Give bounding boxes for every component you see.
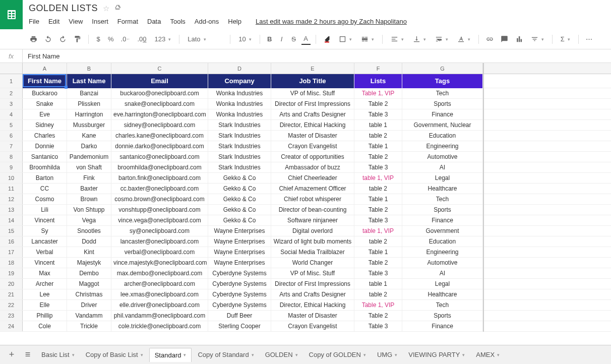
cell[interactable]: table 1, VIP [354,226,402,236]
cell[interactable]: Darko [67,141,111,151]
cell[interactable]: Table 1 [354,141,402,151]
row-header[interactable]: 16 [0,236,23,247]
cell[interactable]: cole.trickle@oneclipboard.com [111,321,208,331]
filter-icon[interactable] [528,34,547,44]
cell[interactable]: Snootles [67,226,111,236]
cell[interactable]: Cosmo [23,194,67,204]
bold-button[interactable]: B [265,34,274,44]
row-header[interactable]: 8 [0,152,23,162]
header-cell[interactable]: Tags [402,74,483,88]
cell[interactable]: Lancaster [23,236,67,247]
last-edit-link[interactable]: Last edit was made 2 hours ago by Zach N… [256,18,407,25]
chevron-down-icon[interactable]: ▾ [497,352,500,357]
italic-button[interactable]: I [277,34,286,44]
menu-format[interactable]: Format [117,18,138,25]
row-header[interactable]: 1 [0,74,23,88]
col-header-C[interactable]: C [111,63,208,74]
chevron-down-icon[interactable]: ▾ [395,352,397,357]
cell[interactable]: Table 2 [354,99,402,109]
cell[interactable]: Max [23,268,67,278]
header-cell[interactable]: Company [208,74,271,88]
cell[interactable]: Tech [402,194,483,204]
cell[interactable]: Finance [402,109,483,119]
font-size-dropdown[interactable]: 10 [235,34,254,44]
cell[interactable]: Snake [23,99,67,109]
cell[interactable]: Wizard of light bulb moments [271,236,354,247]
cell[interactable]: Gekko & Co [208,173,271,183]
cell[interactable]: Phillip [23,311,67,321]
cell[interactable]: Chief Amazement Officer [271,184,354,194]
row-header[interactable]: 18 [0,258,23,268]
sheet-tab[interactable]: UMG▾ [372,348,402,362]
cell[interactable]: lee.xmas@oneclipboard.com [111,289,208,299]
cell[interactable]: verbal@oneclipboard.com [111,247,208,257]
cell[interactable]: table 2 [354,289,402,299]
print-icon[interactable] [28,34,39,44]
cell[interactable]: Director of First Impressions [271,279,354,289]
cell[interactable]: Sidney [23,120,67,130]
col-header-D[interactable]: D [208,63,271,74]
col-header-A[interactable]: A [23,63,67,74]
cell[interactable]: Table 1, VIP [354,88,402,98]
sheet-tab[interactable]: VIEWING PARTY▾ [403,348,470,362]
cell[interactable]: Brown [67,194,111,204]
menu-file[interactable]: File [29,18,39,25]
cell[interactable]: Automotive [402,152,483,162]
star-icon[interactable]: ☆ [103,4,109,13]
col-header-E[interactable]: E [271,63,354,74]
cell[interactable]: VP of Misc. Stuff [271,88,354,98]
number-format-dropdown[interactable]: 123 [151,34,174,44]
row-header[interactable]: 5 [0,120,23,130]
chart-icon[interactable] [513,34,525,44]
row-header[interactable]: 19 [0,268,23,278]
cell[interactable]: Arts and Crafts Designer [271,109,354,119]
font-dropdown[interactable]: Lato [185,34,225,44]
borders-icon[interactable] [336,34,355,44]
spreadsheet-grid[interactable]: ABCDEFG 1First NameLast NameEmailCompany… [0,63,611,332]
cell[interactable]: cc.baxter@oneclipboard.com [111,184,208,194]
cell[interactable]: cosmo.brown@oneclipboard.com [111,194,208,204]
cell[interactable]: Archer [23,279,67,289]
row-header[interactable]: 15 [0,226,23,236]
cell[interactable]: lancaster@oneclipboard.com [111,236,208,247]
currency-button[interactable]: $ [94,34,103,44]
sheet-tab[interactable]: Basic List▾ [36,348,80,362]
comment-icon[interactable] [499,34,510,44]
cell[interactable]: Legal [402,279,483,289]
cell[interactable]: Stark Industries [208,141,271,151]
redo-icon[interactable] [57,34,69,44]
fill-color-icon[interactable] [321,34,333,44]
cell[interactable]: Sports [402,311,483,321]
cell[interactable]: Plissken [67,99,111,109]
cell[interactable]: Education [402,131,483,141]
cell[interactable]: Gekko & Co [208,184,271,194]
menu-tools[interactable]: Tools [170,18,185,25]
cell[interactable]: Gekko & Co [208,215,271,225]
cell[interactable]: sy@oneclipboard.com [111,226,208,236]
cell[interactable]: Cyberdyne Systems [208,279,271,289]
cell[interactable]: table 2 [354,184,402,194]
paint-format-icon[interactable] [72,34,83,44]
cell[interactable]: Wayne Enterprises [208,226,271,236]
cell[interactable]: Tech [402,88,483,98]
cell[interactable]: Cyberdyne Systems [208,268,271,278]
cell[interactable]: Eve [23,109,67,119]
strike-button[interactable]: S [289,34,298,44]
cell[interactable]: Engineering [402,141,483,151]
cell[interactable]: World Changer [271,258,354,268]
cell[interactable]: elle.driver@oneclipboard.com [111,300,208,310]
formula-input[interactable]: First Name [23,52,611,60]
cell[interactable]: santanico@oneclipboard.com [111,152,208,162]
sheet-tab[interactable]: Copy of GOLDEN▾ [304,348,371,362]
cell[interactable]: barton.fink@oneclipboard.com [111,173,208,183]
cell[interactable]: Table 1 [354,194,402,204]
cell[interactable]: Master of Disaster [271,131,354,141]
cell[interactable]: VP of Misc. Stuff [271,268,354,278]
cell[interactable]: Government [402,226,483,236]
row-header[interactable]: 13 [0,205,23,215]
cell[interactable]: table 2 [354,131,402,141]
chevron-down-icon[interactable]: ▾ [462,352,465,357]
cell[interactable]: Sterling Cooper [208,321,271,331]
cell[interactable]: Elle [23,300,67,310]
cell[interactable]: Harrington [67,109,111,119]
